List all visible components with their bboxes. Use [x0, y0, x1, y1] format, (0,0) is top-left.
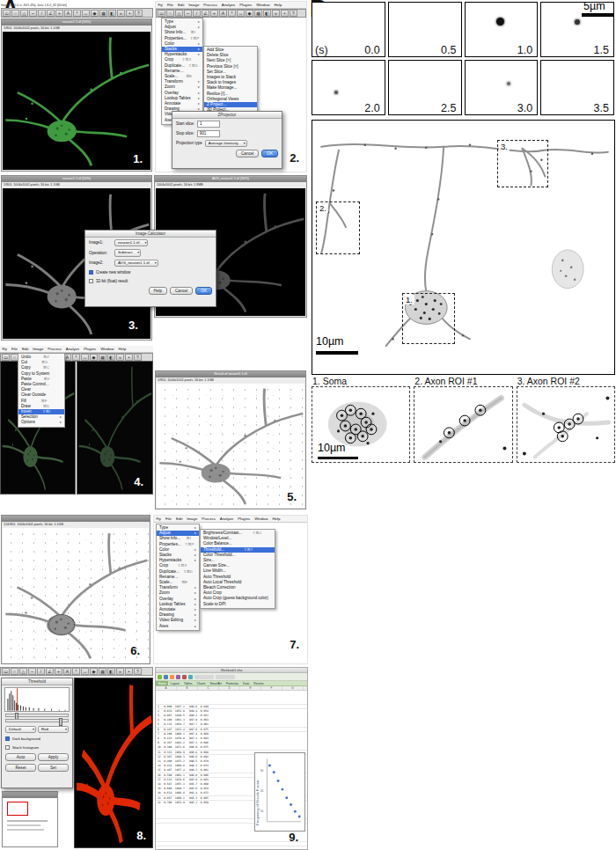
tool-icon[interactable]: » — [116, 354, 124, 361]
menubar-item[interactable]: Process — [200, 516, 218, 522]
tool-icon[interactable]: ◧ — [107, 354, 115, 361]
ribbon-icon[interactable] — [188, 675, 193, 679]
tool-icon[interactable]: ∠ — [46, 668, 54, 675]
threshold-color-select[interactable]: Red — [38, 726, 69, 734]
tool-icon[interactable]: ? — [135, 10, 143, 17]
ribbon-field[interactable] — [194, 675, 214, 679]
menubar-item[interactable]: File — [165, 2, 176, 8]
menu-item[interactable]: Scale to DPI — [201, 602, 275, 607]
tool-icon[interactable]: • — [125, 354, 133, 361]
ribbon-tab[interactable]: Home — [156, 681, 168, 685]
roi-selection-ellipse[interactable] — [48, 614, 75, 635]
ribbon-tab[interactable]: Formulas — [224, 681, 240, 685]
tool-icon[interactable]: * — [228, 10, 236, 17]
window-title[interactable] — [2, 516, 150, 522]
column-header[interactable]: E — [240, 686, 261, 690]
tool-icon[interactable]: / — [37, 668, 45, 675]
window-title[interactable] — [3, 792, 57, 798]
menubar-item[interactable]: Window — [254, 2, 272, 8]
stop-slice-input[interactable]: 901 — [197, 130, 220, 137]
embedded-chart[interactable]: 30 20 10 Frequency of Vesicle Fusion — [254, 752, 305, 832]
menubar-item[interactable]: Image — [185, 516, 200, 522]
ribbon-icon[interactable] — [182, 675, 187, 679]
tool-icon[interactable]: ◆ — [90, 668, 98, 675]
ribbon-tab[interactable]: Tables — [181, 681, 194, 685]
menubar-item[interactable]: Plugins — [238, 2, 254, 8]
image2-select[interactable]: AVG_neuron1 1.tif — [114, 260, 158, 267]
column-header[interactable]: F — [261, 686, 282, 690]
ribbon-tab[interactable]: SmartArt — [208, 681, 224, 685]
tool-icon[interactable]: △ — [19, 668, 27, 675]
tool-icon[interactable]: • — [125, 668, 133, 675]
reset-button[interactable]: Reset — [5, 764, 36, 772]
window-title[interactable]: neuron1 1.tif (50%) — [2, 19, 151, 26]
tool-icon[interactable]: A — [219, 10, 227, 17]
ribbon-tab[interactable]: Review — [252, 681, 266, 685]
menubar-item[interactable]: Help — [272, 2, 284, 8]
menubar-item[interactable]: Image — [187, 2, 202, 8]
tool-icon[interactable]: » — [116, 668, 124, 675]
ribbon-tab[interactable]: Charts — [194, 681, 208, 685]
tool-icon[interactable]: ▦ — [99, 354, 106, 361]
create-new-window-checkbox[interactable] — [89, 270, 93, 275]
ribbon-icon[interactable] — [176, 675, 180, 679]
menubar-item[interactable]: Plugins — [82, 346, 99, 352]
tool-icon[interactable]: ~ — [184, 10, 192, 17]
menubar-item[interactable]: Edit — [175, 2, 186, 8]
menubar-item[interactable]: Fiji — [154, 516, 164, 522]
apply-button[interactable]: Apply — [38, 753, 69, 761]
tool-icon[interactable]: + — [55, 10, 63, 17]
help-button[interactable]: Help — [149, 287, 167, 295]
tool-icon[interactable]: * — [72, 354, 80, 361]
menubar-item[interactable]: File — [164, 516, 174, 522]
menubar-item[interactable]: Window — [99, 346, 116, 352]
tool-icon[interactable]: ▦ — [254, 10, 262, 17]
menubar-item[interactable]: Analyze — [63, 346, 81, 352]
tool-icon[interactable]: ▭ — [158, 10, 165, 17]
menubar-item[interactable]: Help — [116, 346, 128, 352]
tool-icon[interactable]: ~ — [28, 668, 36, 675]
tool-icon[interactable]: • — [126, 10, 134, 17]
thresholded-image-canvas[interactable]: 8. — [74, 678, 153, 848]
menubar-item[interactable]: Process — [46, 346, 64, 352]
menubar-item[interactable]: Fiji — [0, 346, 10, 352]
tool-icon[interactable]: △ — [175, 10, 183, 17]
set-button[interactable]: Set — [38, 764, 69, 772]
tool-icon[interactable]: ▦ — [99, 10, 107, 17]
ribbon-icon[interactable] — [158, 675, 162, 679]
tool-icon[interactable]: ○ — [166, 10, 174, 17]
image-canvas[interactable]: 6. — [3, 528, 149, 663]
threshold-max-slider[interactable] — [5, 719, 69, 722]
cancel-button[interactable]: Cancel — [236, 150, 259, 158]
tool-icon[interactable]: ~ — [29, 10, 37, 17]
tool-icon[interactable]: ↔ — [237, 10, 245, 17]
tool-icon[interactable]: ◆ — [246, 10, 253, 17]
tool-icon[interactable]: ↔ — [82, 10, 90, 17]
menubar-item[interactable]: Window — [253, 516, 270, 522]
tool-icon[interactable]: ∠ — [202, 10, 209, 17]
tool-icon[interactable]: A — [63, 668, 71, 675]
tool-icon[interactable]: ◧ — [107, 668, 115, 675]
tool-icon[interactable]: ◧ — [263, 10, 271, 17]
menubar-item[interactable]: Image — [31, 346, 46, 352]
ribbon-field[interactable] — [216, 675, 235, 679]
tool-icon[interactable]: * — [73, 10, 81, 17]
tool-icon[interactable]: / — [193, 10, 201, 17]
tool-icon[interactable]: ○ — [11, 10, 19, 17]
threshold-min-slider[interactable] — [5, 714, 69, 717]
image-canvas[interactable]: 1. — [3, 32, 150, 170]
image-canvas-right[interactable]: 4. — [77, 361, 153, 495]
tool-icon[interactable]: ? — [134, 354, 142, 361]
auto-button[interactable]: Auto — [5, 753, 36, 761]
tool-icon[interactable]: + — [55, 668, 62, 675]
tool-icon[interactable]: • — [281, 10, 289, 17]
tool-icon[interactable]: ◧ — [108, 10, 116, 17]
window-title[interactable]: neuron1 1.tif (50%) — [2, 176, 151, 182]
column-header[interactable]: B — [177, 686, 198, 690]
tool-icon[interactable]: » — [272, 10, 280, 17]
tool-icon[interactable]: ↔ — [81, 354, 89, 361]
operation-select[interactable]: Subtract — [114, 249, 141, 257]
ribbon-tab[interactable]: Data — [241, 681, 252, 685]
menubar-item[interactable]: Analyze — [219, 2, 237, 8]
tool-icon[interactable]: » — [117, 10, 125, 17]
